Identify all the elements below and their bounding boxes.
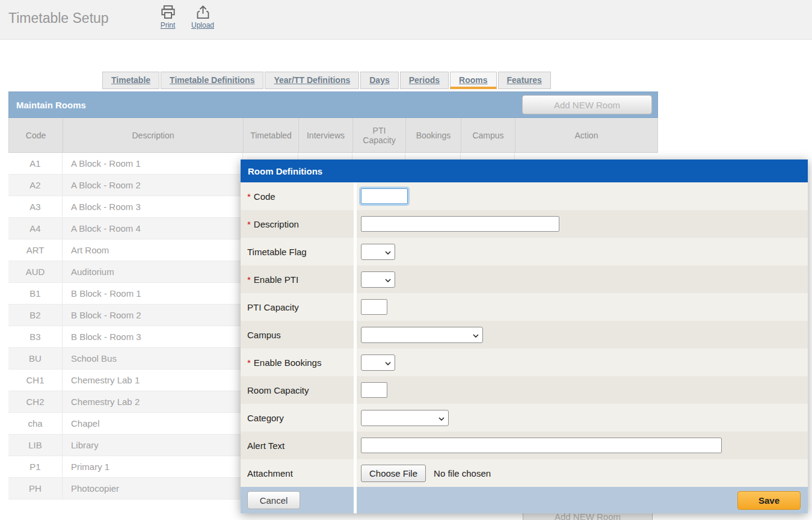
upload-button[interactable]: Upload — [186, 4, 219, 29]
room-description-cell: A Block - Room 1 — [63, 153, 243, 174]
table-header-row: CodeDescriptionTimetabledInterviewsPTI C… — [8, 118, 658, 153]
field-label-category: Category — [241, 404, 357, 432]
field-row-pti-capacity: PTI Capacity — [241, 293, 808, 321]
field-cell-room-capacity — [357, 376, 808, 404]
field-cell-code — [357, 182, 808, 210]
category-select[interactable] — [361, 410, 449, 426]
room-capacity-input[interactable] — [361, 382, 387, 398]
room-description-cell: Chapel — [63, 413, 243, 434]
tab-label: Timetable — [111, 75, 150, 85]
table-title: Maintain Rooms — [16, 100, 86, 110]
room-description-cell: Art Room — [63, 240, 243, 261]
room-code-cell: ART — [8, 240, 63, 261]
enable-pti-select[interactable] — [361, 271, 395, 288]
room-code-cell: A2 — [8, 175, 63, 196]
choose-file-button[interactable]: Choose File — [361, 465, 426, 482]
pti-capacity-input[interactable] — [361, 299, 387, 315]
field-label-text: Campus — [247, 330, 281, 340]
room-code-cell: B3 — [8, 326, 63, 347]
column-header-timetabled: Timetabled — [244, 118, 299, 152]
room-description-cell: B Block - Room 1 — [63, 283, 243, 304]
tab-features[interactable]: Features — [498, 72, 551, 89]
field-row-attachment: AttachmentChoose FileNo file chosen — [241, 459, 808, 487]
cancel-button[interactable]: Cancel — [247, 491, 300, 509]
tab-bar: TimetableTimetable DefinitionsYear/TT De… — [102, 72, 552, 89]
chevron-down-icon — [385, 246, 391, 257]
column-header-campus: Campus — [461, 118, 515, 152]
required-marker: * — [247, 191, 251, 202]
alert-text-input[interactable] — [361, 438, 722, 453]
code-input[interactable] — [361, 188, 408, 204]
room-code-cell: LIB — [8, 435, 63, 456]
field-row-alert-text: Alert Text — [241, 432, 808, 459]
room-description-cell: Chemestry Lab 2 — [63, 391, 243, 412]
column-header-pti-capacity: PTI Capacity — [353, 118, 406, 152]
campus-select[interactable] — [361, 327, 483, 343]
field-label-description: *Description — [241, 210, 357, 238]
dialog-title-bar: Room Definitions — [241, 159, 808, 182]
dialog-footer-right: Save — [357, 487, 808, 513]
column-header-description: Description — [63, 118, 244, 152]
field-label-room-capacity: Room Capacity — [241, 376, 357, 404]
tab-label: Timetable Definitions — [170, 75, 254, 85]
chevron-down-icon — [385, 357, 391, 368]
room-description-cell: A Block - Room 3 — [63, 196, 243, 217]
enable-bookings-select[interactable] — [361, 354, 395, 371]
field-label-enable-bookings: *Enable Bookings — [241, 348, 357, 376]
field-row-enable-pti: *Enable PTI — [241, 265, 808, 293]
page-title: Timetable Setup — [8, 10, 109, 26]
field-label-text: Alert Text — [247, 441, 285, 451]
field-label-text: Code — [254, 191, 275, 202]
room-code-cell: AUD — [8, 261, 63, 282]
tab-days[interactable]: Days — [360, 72, 398, 89]
chevron-down-icon — [385, 274, 391, 285]
column-header-interviews: Interviews — [299, 118, 353, 152]
description-input[interactable] — [361, 216, 559, 232]
room-code-cell: PH — [8, 478, 63, 499]
room-code-cell: A1 — [8, 153, 63, 174]
room-code-cell: B1 — [8, 283, 63, 304]
tab-timetable-definitions[interactable]: Timetable Definitions — [161, 72, 263, 89]
field-cell-attachment: Choose FileNo file chosen — [357, 459, 808, 487]
file-status-text: No file chosen — [434, 468, 491, 478]
field-row-room-capacity: Room Capacity — [241, 376, 808, 404]
print-button[interactable]: Print — [152, 4, 184, 29]
field-row-campus: Campus — [241, 321, 808, 348]
room-description-cell: B Block - Room 2 — [63, 305, 243, 326]
tab-periods[interactable]: Periods — [400, 72, 449, 89]
field-label-text: Attachment — [247, 468, 293, 478]
tab-timetable[interactable]: Timetable — [102, 72, 159, 89]
field-label-text: Category — [247, 413, 284, 423]
field-label-timetable-flag: Timetable Flag — [241, 238, 357, 265]
field-label-text: Enable Bookings — [254, 358, 322, 368]
dialog-body: *Code*DescriptionTimetable Flag*Enable P… — [241, 182, 808, 487]
upload-label: Upload — [186, 21, 219, 29]
tab-year-tt-definitions[interactable]: Year/TT Definitions — [265, 72, 359, 89]
field-label-enable-pti: *Enable PTI — [241, 265, 357, 293]
field-row-code: *Code — [241, 182, 808, 210]
field-cell-enable-pti — [357, 265, 808, 293]
room-code-cell: cha — [8, 413, 63, 434]
tab-label: Rooms — [459, 75, 487, 85]
room-description-cell: Auditorium — [63, 261, 243, 282]
field-label-text: Enable PTI — [254, 274, 298, 285]
field-label-pti-capacity: PTI Capacity — [241, 293, 357, 321]
room-definitions-dialog: Room Definitions *Code*DescriptionTimeta… — [241, 159, 808, 513]
field-label-text: Timetable Flag — [247, 247, 307, 257]
room-description-cell: A Block - Room 4 — [63, 218, 243, 239]
add-new-room-button-top[interactable]: Add NEW Room — [522, 95, 652, 114]
field-cell-timetable-flag — [357, 238, 808, 265]
save-button[interactable]: Save — [737, 491, 801, 510]
required-marker: * — [247, 219, 251, 229]
required-marker: * — [247, 358, 251, 368]
field-row-category: Category — [241, 404, 808, 432]
room-code-cell: B2 — [8, 305, 63, 326]
tab-rooms[interactable]: Rooms — [450, 72, 496, 89]
timetable-flag-select[interactable] — [361, 244, 395, 260]
column-header-action: Action — [515, 118, 657, 152]
field-cell-pti-capacity — [357, 293, 808, 321]
field-row-enable-bookings: *Enable Bookings — [241, 348, 808, 376]
timetable-setup-page: Timetable Setup Print Upload — [0, 0, 812, 520]
field-cell-description — [357, 210, 808, 238]
field-label-campus: Campus — [241, 321, 357, 348]
